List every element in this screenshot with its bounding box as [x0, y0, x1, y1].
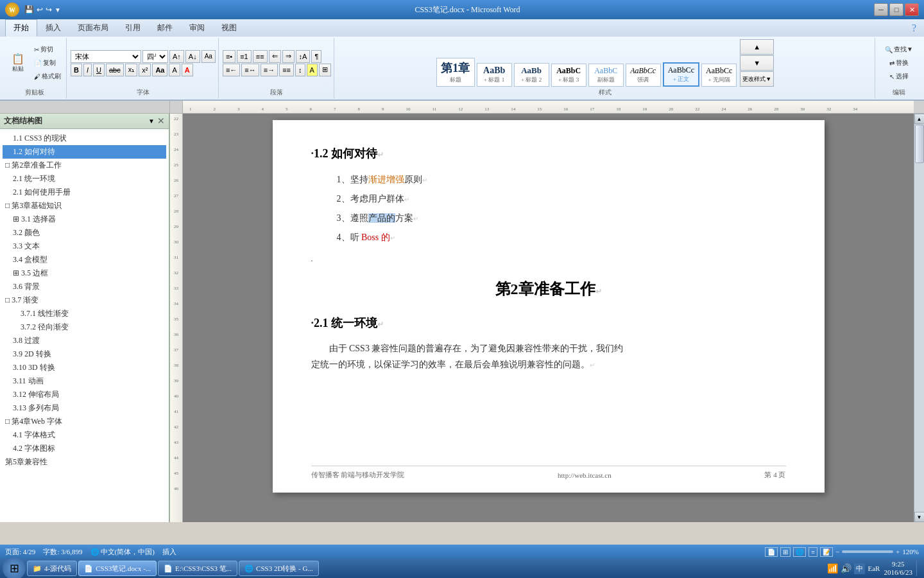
outline-item-4-1[interactable]: 4.1 字体格式: [3, 428, 166, 442]
taskbar-item-word[interactable]: 📄 CSS3笔记.docx -...: [78, 561, 157, 576]
outline-item-3-12[interactable]: 3.12 伸缩布局: [3, 388, 166, 401]
align-right-button[interactable]: ≡→: [261, 64, 278, 76]
line-spacing-button[interactable]: ↕: [295, 64, 305, 76]
outline-item-4-2[interactable]: 4.2 字体图标: [3, 442, 166, 455]
show-marks-button[interactable]: ¶: [311, 50, 321, 63]
font-grow-button[interactable]: A↑: [169, 50, 184, 63]
tab-pagelayout[interactable]: 页面布局: [69, 19, 117, 37]
doc-panel-close-button[interactable]: ✕: [157, 116, 165, 127]
style-emphasis[interactable]: AaBbCc 强调: [626, 64, 661, 87]
outline-item-3-3[interactable]: 3.3 文本: [3, 240, 166, 253]
view-web-btn[interactable]: 🌐: [793, 547, 806, 557]
style-heading1[interactable]: AaBb + 标题 1: [477, 63, 512, 87]
scroll-down-button[interactable]: ▼: [914, 512, 925, 522]
quick-dropdown[interactable]: ▼: [55, 6, 61, 13]
shading-button[interactable]: A: [307, 64, 318, 76]
font-color-button[interactable]: A: [182, 64, 193, 76]
zoom-slider[interactable]: [842, 550, 893, 553]
font-shrink-button[interactable]: A↓: [185, 50, 200, 63]
outline-item-3-10[interactable]: 3.10 3D 转换: [3, 361, 166, 374]
align-center-button[interactable]: ≡↔: [241, 64, 259, 76]
view-draft-btn[interactable]: 📝: [820, 547, 833, 557]
bold-button[interactable]: B: [71, 64, 82, 76]
outline-item-ch5[interactable]: 第5章兼容性: [3, 455, 166, 469]
zoom-in-button[interactable]: +: [896, 548, 900, 556]
quick-undo[interactable]: ↩: [37, 5, 43, 15]
taskbar-item-explorer2[interactable]: 📄 E:\CSS3\CSS3 笔...: [158, 561, 237, 576]
close-button[interactable]: ✕: [905, 3, 919, 16]
tray-network-icon[interactable]: 📶: [827, 563, 838, 574]
maximize-button[interactable]: □: [889, 3, 903, 16]
start-button[interactable]: ⊞: [3, 557, 26, 578]
cut-button[interactable]: ✂ 剪切: [31, 43, 64, 56]
outline-item-3-7-2[interactable]: 3.7.2 径向渐变: [3, 320, 166, 334]
align-left-button[interactable]: ≡←: [223, 64, 240, 76]
style-normal[interactable]: AaBbCc + 正文: [663, 62, 699, 87]
italic-button[interactable]: I: [83, 64, 92, 76]
style-title[interactable]: 第1章 标题: [436, 58, 475, 87]
quick-redo[interactable]: ↪: [46, 5, 52, 15]
font-color-aa[interactable]: Aa: [152, 64, 167, 76]
quick-save[interactable]: 💾: [24, 5, 34, 15]
select-button[interactable]: ↖ 选择: [887, 70, 911, 83]
style-heading2[interactable]: AaBb + 标题 2: [514, 63, 549, 87]
taskbar-item-chrome[interactable]: 🌐 CSS3 2D转换 - G...: [239, 561, 319, 576]
outline-item-3-4[interactable]: 3.4 盒模型: [3, 253, 166, 267]
view-outline-btn[interactable]: ≡: [809, 547, 817, 557]
subscript-button[interactable]: x₁: [125, 64, 138, 76]
zoom-out-button[interactable]: −: [835, 548, 839, 556]
style-nospace[interactable]: AaBbCc + 无间隔: [701, 64, 737, 87]
bullets-button[interactable]: ≡•: [223, 50, 235, 63]
vertical-scrollbar[interactable]: ▲ ▼: [914, 114, 924, 522]
outline-item-3-9[interactable]: 3.9 2D 转换: [3, 347, 166, 361]
increase-indent-button[interactable]: ⇒: [282, 50, 295, 63]
format-painter-button[interactable]: 🖌 格式刷: [31, 70, 64, 83]
outline-item-3-8[interactable]: 3.8 过渡: [3, 334, 166, 347]
view-fullscreen-btn[interactable]: ⊞: [780, 547, 791, 557]
tab-references[interactable]: 引用: [117, 19, 149, 37]
outline-item-3-1[interactable]: ⊞ 3.1 选择器: [3, 213, 166, 226]
outline-item-ch4[interactable]: □ 第4章Web 字体: [3, 415, 166, 428]
styles-scroll-down[interactable]: ▼: [740, 55, 774, 71]
copy-button[interactable]: 📄 复制: [31, 57, 64, 69]
change-styles-button[interactable]: 更改样式▼: [740, 71, 774, 87]
taskbar-item-explorer[interactable]: 📁 4-源代码: [27, 561, 77, 576]
outline-item-3-5[interactable]: ⊞ 3.5 边框: [3, 267, 166, 280]
font-size-select[interactable]: 四号: [142, 50, 168, 63]
border-button[interactable]: ⊞: [319, 64, 331, 76]
document-area[interactable]: ·1.2 如何对待↵ 1、坚持渐进增强原则↵ 2、考虑用户群体↵ 3、遵照产品的…: [183, 114, 914, 522]
clock[interactable]: 9:25 2016/6/23: [884, 560, 912, 577]
decrease-indent-button[interactable]: ⇐: [269, 50, 281, 63]
ribbon-help[interactable]: ?: [912, 19, 919, 37]
replace-button[interactable]: ⇄ 替换: [887, 57, 911, 69]
styles-scroll-up[interactable]: ▲: [740, 39, 774, 55]
style-heading3[interactable]: AaBbC + 标题 3: [551, 64, 586, 87]
clear-format-button[interactable]: Aa: [201, 50, 216, 63]
highlight-button[interactable]: A: [169, 64, 180, 76]
outline-item-3-2[interactable]: 3.2 颜色: [3, 226, 166, 240]
tray-volume-icon[interactable]: 🔊: [841, 563, 851, 574]
sort-button[interactable]: ↕A: [296, 50, 311, 63]
font-name-select[interactable]: 宋体: [71, 50, 141, 63]
outline-item-2-1b[interactable]: 2.1 如何使用手册: [3, 186, 166, 199]
numbering-button[interactable]: ≡1: [237, 50, 252, 63]
outline-item-2-1[interactable]: 2.1 统一环境: [3, 172, 166, 186]
scroll-thumb[interactable]: [915, 125, 924, 163]
outline-item-ch3[interactable]: □ 第3章基础知识: [3, 199, 166, 213]
multilevel-button[interactable]: ≡≡: [253, 50, 268, 63]
doc-panel-dropdown[interactable]: ▼: [148, 118, 155, 125]
outline-item-3-7-1[interactable]: 3.7.1 线性渐变: [3, 307, 166, 320]
underline-button[interactable]: U: [93, 64, 105, 76]
tray-ime-icon[interactable]: EaR: [868, 565, 880, 572]
zoom-level[interactable]: 120%: [902, 548, 919, 556]
outline-item-3-7[interactable]: □ 3.7 渐变: [3, 293, 166, 307]
superscript-button[interactable]: x²: [139, 64, 151, 76]
outline-item-1-1[interactable]: 1.1 CSS3 的现状: [3, 132, 166, 145]
office-logo[interactable]: W: [5, 3, 19, 17]
outline-item-3-11[interactable]: 3.11 动画: [3, 374, 166, 388]
language-indicator[interactable]: 🌐 中文(简体，中国): [90, 547, 155, 557]
show-desktop-button[interactable]: [916, 561, 921, 576]
view-print-btn[interactable]: 📄: [765, 547, 778, 557]
style-subtitle[interactable]: AaBbC 副标题: [588, 64, 624, 87]
outline-item-1-2[interactable]: 1.2 如何对待: [3, 145, 166, 159]
